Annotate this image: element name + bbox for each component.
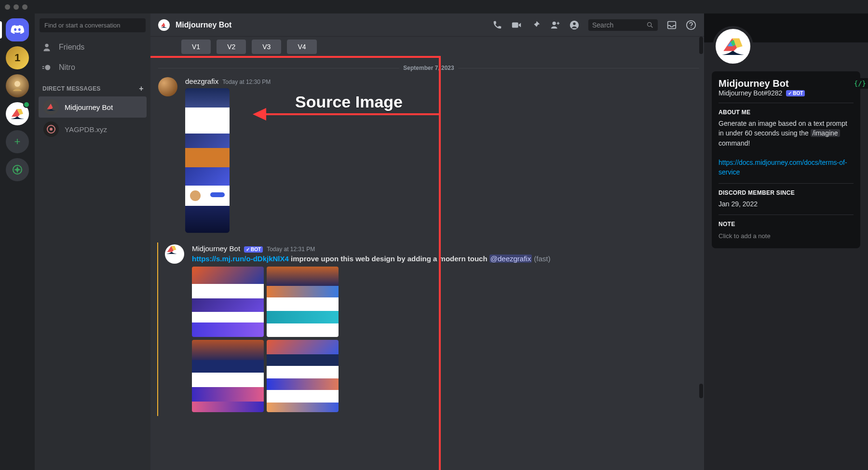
note-header: NOTE [719,221,854,228]
bot-tag: ✓ BOT [786,90,805,96]
scrollbar-thumb[interactable] [699,37,703,54]
pinned-messages-icon[interactable] [530,20,541,30]
dm-item-label: Midjourney Bot [65,103,113,111]
create-dm-button[interactable]: + [139,84,144,93]
search-input[interactable]: Search [588,19,658,31]
note-input[interactable]: Click to add a note [719,230,854,242]
traffic-minimize-icon[interactable] [14,4,19,10]
svg-point-6 [553,21,556,25]
profile-avatar[interactable] [713,26,753,67]
scrollbar-thumb[interactable] [699,384,703,398]
conversation-search-input[interactable]: Find or start a conversation [40,18,146,32]
variant-buttons-row: V1 V2 V3 V4 [150,37,699,61]
chat-scrollbar[interactable] [699,37,703,470]
chat-body: V1 V2 V3 V4 September 7, 2023 deezgrafix… [150,37,704,470]
home-button[interactable] [6,18,29,41]
message-suffix: (fast) [532,255,550,263]
svg-point-9 [648,22,651,26]
traffic-zoom-icon[interactable] [22,4,27,10]
message-attachment-image[interactable] [185,88,230,233]
guild-column: 1 + [0,13,35,470]
svg-point-0 [14,81,20,87]
message-bot: Midjourney Bot ✓ BOT Today at 12:31 PM h… [157,242,699,416]
profile-tag: Midjourney Bot#9282 ✓ BOT [719,89,854,97]
add-friends-icon[interactable] [550,20,560,30]
message-avatar[interactable] [165,244,184,264]
chat-header-toolbar: Search [492,19,696,31]
variant-button-v3[interactable]: V3 [252,40,281,54]
traffic-close-icon[interactable] [5,4,10,10]
help-icon[interactable] [686,20,696,30]
dm-avatar [43,121,59,137]
message-timestamp: Today at 12:30 PM [222,79,271,85]
variant-button-v1[interactable]: V1 [181,40,211,54]
guild-item-midjourney[interactable] [6,102,29,125]
message-timestamp: Today at 12:31 PM [267,246,315,253]
video-call-icon[interactable] [511,20,522,30]
guild-item-1[interactable]: 1 [6,46,29,69]
member-since-date: Jan 29, 2022 [719,199,854,209]
inbox-icon[interactable] [666,20,677,30]
message-author[interactable]: deezgrafix [185,77,218,85]
chat-title: Midjourney Bot [176,21,231,29]
message-text: improve upon this web design by adding a… [289,255,489,263]
dm-header: DIRECT MESSAGES + [35,78,150,96]
dm-header-label: DIRECT MESSAGES [42,85,101,92]
profile-name: Midjourney Bot [719,78,854,89]
header-avatar [158,19,170,31]
search-icon [646,21,654,29]
search-placeholder: Search [592,21,613,29]
guild-item-2[interactable] [6,74,29,97]
about-me-header: ABOUT ME [719,109,854,116]
add-server-button[interactable]: + [6,130,29,153]
nav-friends-label: Friends [59,43,84,52]
user-profile-icon[interactable] [569,20,580,30]
explore-servers-button[interactable] [6,158,29,181]
message-user: deezgrafix Today at 12:30 PM [150,75,699,237]
svg-rect-5 [512,22,518,27]
variant-button-v2[interactable]: V2 [217,40,246,54]
nav-nitro-label: Nitro [59,63,75,72]
svg-point-4 [50,128,53,131]
nav-friends[interactable]: Friends [35,37,150,57]
dm-item-midjourney[interactable]: Midjourney Bot [39,96,147,118]
bot-dev-badge: {/} [851,78,868,89]
chat-header: Midjourney Bot Search [150,13,704,37]
generated-image-grid[interactable] [192,267,339,412]
member-since-header: DISCORD MEMBER SINCE [719,189,854,196]
date-divider-label: September 7, 2023 [399,65,458,71]
dm-item-yagpdb[interactable]: YAGPDB.xyz [39,119,147,140]
message-avatar[interactable] [158,77,177,96]
about-me-body: Generate an image based on a text prompt… [719,119,854,177]
nav-nitro[interactable]: Nitro [35,57,150,78]
profile-panel: {/} Midjourney Bot Midjourney Bot#9282 ✓… [704,13,868,470]
tos-link[interactable]: https://docs.midjourney.com/docs/terms-o… [719,159,847,176]
svg-point-8 [573,22,576,25]
svg-point-12 [691,27,692,27]
bot-tag: ✓ BOT [244,246,263,253]
message-link[interactable]: https://s.mj.run/o-dDkjkNlX4 [192,255,289,263]
message-content: https://s.mj.run/o-dDkjkNlX4 improve upo… [192,254,699,264]
slash-command: /imagine [811,129,840,137]
message-author[interactable]: Midjourney Bot [192,244,240,253]
dm-sidebar: Find or start a conversation Friends Nit… [35,13,150,470]
dm-avatar [43,99,59,115]
voice-call-icon[interactable] [492,20,502,30]
dm-item-label: YAGPDB.xyz [65,125,107,134]
svg-point-2 [45,65,50,70]
date-divider: September 7, 2023 [158,65,699,71]
message-mention[interactable]: @deezgrafix [489,255,532,263]
status-online-icon [23,101,30,108]
window-titlebar [0,0,868,13]
variant-button-v4[interactable]: V4 [287,40,316,54]
profile-card: Midjourney Bot Midjourney Bot#9282 ✓ BOT… [712,71,860,248]
